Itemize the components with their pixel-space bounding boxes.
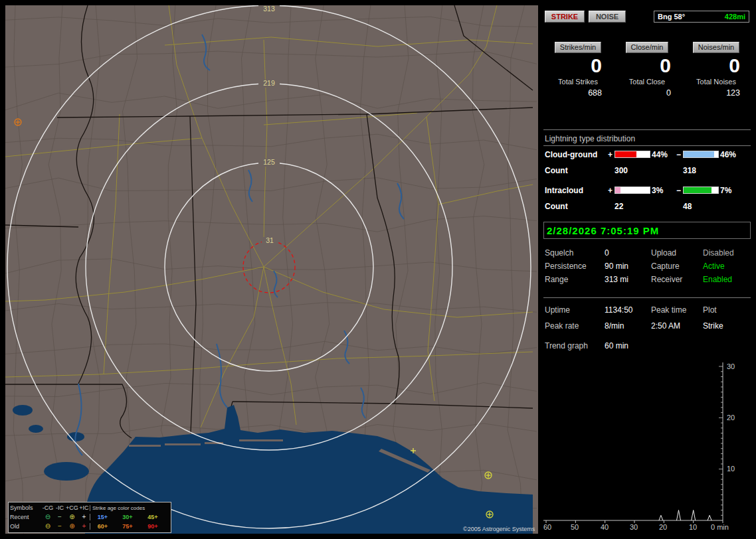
legend-type-header: +IC [78,504,90,511]
y-tick-label: 20 [727,414,735,422]
x-tick-label: 40 [601,523,609,531]
map-area: 313 219 125 31 ©2005 Astrogenic Systems … [5,5,538,534]
stats-row: Uptime 1134:50 Peak time Plot [543,305,751,316]
chart-ticks-and-series [546,366,723,523]
legend-symbols-header: Symbols [10,504,42,511]
uptime-label: Uptime [545,305,570,315]
intracloud-count-row: Count 22 48 [543,202,751,212]
age-code: 15+ [90,514,115,520]
status-panel: STRIKE NOISE Bng 58° 428mi Strikes/min 0… [543,5,751,534]
trend-graph-label: Trend graph [545,341,588,350]
persistence-value: 90 min [605,262,628,271]
legend-type-header: -IC [54,504,66,511]
distribution-title: Lightning type distribution [543,134,751,146]
x-tick-label: 30 [630,523,638,531]
trend-chart-canvas [543,357,751,534]
total-noises-value: 123 [682,88,751,98]
status-row: Persistence 90 min Capture Active [543,262,751,272]
uptime-value: 1134:50 [605,305,633,315]
minus-sign: − [676,186,681,195]
intracloud-row: Intracloud + 3% − 7% [543,186,751,196]
status-row: Range 313 mi Receiver Enabled [543,275,751,285]
peak-rate-label: Peak rate [545,321,579,331]
upload-value: Disabled [703,248,734,258]
plot-value: Strike [703,321,723,331]
age-code: 75+ [115,523,140,530]
bearing-range: 428mi [725,13,745,21]
legend-type-header: +CG [66,504,78,511]
range-label: Range [545,275,568,284]
plus-sign: + [608,186,613,195]
pos-cg-old-icon: ⊕ [66,523,78,530]
age-code: 90+ [140,523,165,530]
x-tick-label: 50 [571,523,579,531]
total-close-label: Total Close [613,78,682,86]
age-code: 45+ [140,514,165,520]
x-tick-label: 60 [543,523,551,531]
old-strike-icon [486,511,493,518]
separator [543,297,751,298]
bearing-label: Bng 58° [658,13,685,21]
peak-rate-value: 8/min [605,321,624,331]
old-strike-icon [485,472,492,479]
map-legend: Symbols -CG -IC +CG +IC Strike age color… [8,502,171,533]
receiver-label: Receiver [651,275,682,284]
plot-label: Plot [703,305,717,315]
ic-plus-count: 22 [614,202,623,211]
capture-value: Active [703,262,725,271]
old-strike-icon [15,119,21,125]
neg-cg-recent-icon: ⊖ [42,514,54,520]
neg-cg-old-icon: ⊖ [42,523,54,530]
persistence-label: Persistence [545,262,587,271]
legend-age-header: Strike age color codes [90,505,165,511]
capture-label: Capture [651,262,680,271]
ic-minus-count: 48 [683,202,692,211]
strikes-per-min-button[interactable]: Strikes/min [555,42,601,53]
cloud-ground-row: Cloud-ground + 44% − 46% [543,150,751,160]
x-tick-label: 20 [659,523,667,531]
y-tick-label: 10 [727,465,735,473]
legend-type-header: -CG [42,504,54,511]
cloud-ground-count-row: Count 300 318 [543,166,751,176]
x-tick-label: 10 [689,523,697,531]
squelch-label: Squelch [545,248,573,258]
minus-sign: − [676,150,681,159]
cg-minus-pct: 46% [720,150,736,159]
noise-mode-button[interactable]: NOISE [589,11,626,23]
map-canvas: 313 219 125 31 [5,5,538,534]
cg-plus-pct: 44% [652,150,668,159]
ring-label: 313 [263,5,275,13]
total-noises-label: Total Noises [682,78,751,86]
cg-minus-count: 318 [683,166,696,175]
range-value: 313 mi [605,275,628,284]
pos-ic-recent-icon: + [78,514,90,520]
stats-row: Trend graph 60 min [543,341,751,352]
cg-minus-bar [683,151,719,158]
upload-label: Upload [651,248,676,258]
ic-plus-pct: 3% [652,186,663,195]
ic-minus-pct: 7% [720,186,731,195]
close-per-min-button[interactable]: Close/min [626,42,669,53]
cg-plus-bar [614,151,650,158]
clock-timestamp: 2/28/2026 7:05:19 PM [543,222,751,239]
ring-label: 219 [263,79,275,87]
squelch-value: 0 [605,248,609,258]
count-label: Count [545,202,568,211]
pos-cg-recent-icon: ⊕ [66,514,78,520]
ic-plus-bar [614,187,650,194]
copyright-text: ©2005 Astrogenic Systems [463,526,535,532]
neg-ic-old-icon: − [54,523,66,530]
count-label: Count [545,166,568,175]
cloud-ground-label: Cloud-ground [545,150,597,159]
neg-ic-recent-icon: − [54,514,66,520]
strike-mode-button[interactable]: STRIKE [545,11,585,23]
close-per-min-value: 0 [613,55,682,76]
intracloud-label: Intracloud [545,186,583,195]
ring-label: 31 [266,236,274,244]
receiver-value: Enabled [703,275,732,284]
noises-per-min-button[interactable]: Noises/min [693,42,739,53]
y-tick-label: 30 [727,362,735,370]
plus-sign: + [608,150,613,159]
legend-old-label: Old [10,523,42,530]
strikes-per-min-value: 0 [543,55,613,76]
